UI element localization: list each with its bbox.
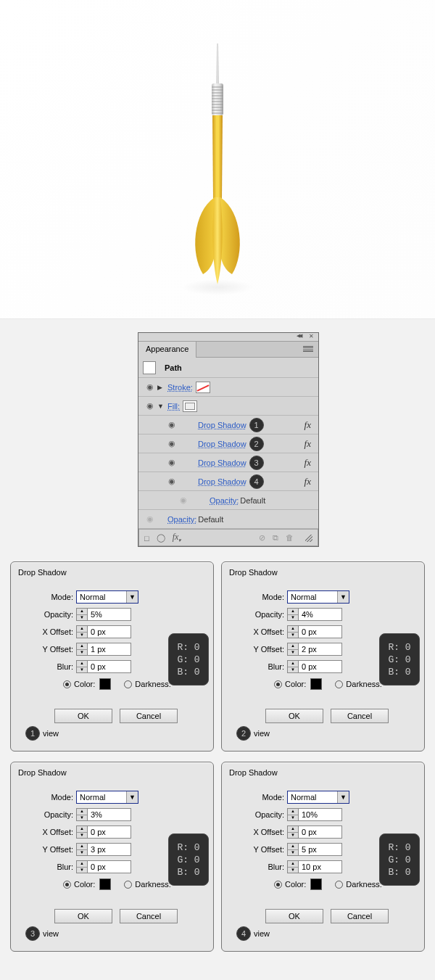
visibility-icon[interactable]: ◉ [176, 495, 191, 505]
cancel-button[interactable]: Cancel [331, 909, 389, 923]
darkness-radio[interactable] [335, 680, 343, 688]
blur-input[interactable] [88, 660, 131, 673]
color-radio[interactable] [274, 680, 282, 688]
blur-input[interactable] [88, 860, 131, 873]
resize-grip-icon[interactable] [305, 535, 312, 542]
step-up-icon[interactable]: ▲ [288, 643, 298, 650]
duplicate-icon[interactable]: ⧉ [273, 533, 278, 543]
step-down-icon[interactable]: ▼ [288, 850, 298, 856]
visibility-icon[interactable]: ◉ [143, 382, 157, 392]
fx-icon[interactable]: fx [304, 476, 311, 487]
color-radio[interactable] [63, 881, 71, 889]
step-up-icon[interactable]: ▲ [77, 626, 87, 633]
darkness-radio[interactable] [124, 881, 132, 889]
drop-shadow-link[interactable]: Drop Shadow [198, 421, 246, 429]
step-up-icon[interactable]: ▲ [288, 809, 298, 815]
step-up-icon[interactable]: ▲ [288, 661, 298, 667]
mode-select[interactable] [288, 791, 337, 803]
color-radio[interactable] [63, 680, 71, 688]
collapse-icon[interactable]: ▼ [157, 403, 167, 410]
opacity-row-outer[interactable]: ◉ Opacity: Default [138, 510, 318, 529]
opacity-input[interactable] [88, 808, 131, 821]
fill-link[interactable]: Fill: [167, 402, 180, 411]
mode-select[interactable] [288, 591, 337, 603]
step-down-icon[interactable]: ▼ [288, 615, 298, 621]
color-swatch[interactable] [99, 878, 111, 890]
opacity-input[interactable] [88, 608, 131, 621]
dropdown-icon[interactable]: ▼ [126, 791, 138, 803]
appearance-tab[interactable]: Appearance [138, 342, 196, 358]
delete-icon[interactable]: 🗑 [286, 533, 294, 543]
step-down-icon[interactable]: ▼ [288, 868, 298, 873]
step-down-icon[interactable]: ▼ [77, 633, 87, 638]
step-up-icon[interactable]: ▲ [77, 844, 87, 850]
color-swatch[interactable] [310, 678, 322, 690]
yoffset-input[interactable] [88, 643, 131, 656]
step-up-icon[interactable]: ▲ [77, 826, 87, 833]
stroke-row[interactable]: ◉ ▶ Stroke: [138, 378, 318, 397]
visibility-icon[interactable]: ◉ [143, 514, 157, 524]
color-swatch[interactable] [310, 878, 322, 890]
panel-menu-icon[interactable] [301, 342, 315, 355]
fill-swatch-icon[interactable] [183, 400, 197, 412]
step-up-icon[interactable]: ▲ [77, 609, 87, 615]
dropdown-icon[interactable]: ▼ [337, 591, 349, 603]
expand-icon[interactable]: ▶ [157, 384, 167, 391]
step-down-icon[interactable]: ▼ [77, 850, 87, 856]
yoffset-input[interactable] [299, 643, 342, 656]
step-up-icon[interactable]: ▲ [288, 844, 298, 850]
step-down-icon[interactable]: ▼ [77, 650, 87, 656]
visibility-icon[interactable]: ◉ [165, 420, 179, 429]
opacity-input[interactable] [299, 808, 342, 821]
visibility-icon[interactable]: ◉ [165, 439, 179, 448]
effect-row[interactable]: ◉ Drop Shadow 2 fx [138, 435, 318, 453]
cancel-button[interactable]: Cancel [331, 709, 389, 723]
visibility-icon[interactable]: ◉ [143, 401, 157, 411]
step-up-icon[interactable]: ▲ [288, 626, 298, 633]
step-down-icon[interactable]: ▼ [77, 815, 87, 821]
blur-input[interactable] [299, 860, 342, 873]
opacity-link[interactable]: Opacity: [167, 515, 196, 524]
drop-shadow-link[interactable]: Drop Shadow [198, 458, 246, 467]
step-down-icon[interactable]: ▼ [77, 833, 87, 839]
step-down-icon[interactable]: ▼ [288, 833, 298, 839]
cancel-button[interactable]: Cancel [120, 909, 178, 923]
effect-row[interactable]: ◉ Drop Shadow 4 fx [138, 472, 318, 491]
drop-shadow-link[interactable]: Drop Shadow [198, 477, 246, 486]
step-down-icon[interactable]: ▼ [77, 667, 87, 673]
clear-icon[interactable]: ⊘ [259, 533, 265, 543]
fx-icon[interactable]: fx [304, 457, 311, 469]
drop-shadow-link[interactable]: Drop Shadow [198, 440, 246, 448]
cancel-button[interactable]: Cancel [120, 709, 178, 723]
ok-button[interactable]: OK [265, 709, 323, 723]
step-up-icon[interactable]: ▲ [288, 609, 298, 615]
xoffset-input[interactable] [88, 625, 131, 638]
color-swatch[interactable] [99, 678, 111, 690]
visibility-icon[interactable]: ◉ [165, 458, 179, 467]
step-down-icon[interactable]: ▼ [288, 815, 298, 821]
step-down-icon[interactable]: ▼ [288, 650, 298, 656]
add-effect-icon[interactable]: fx▾ [173, 532, 182, 543]
step-down-icon[interactable]: ▼ [288, 633, 298, 638]
step-down-icon[interactable]: ▼ [77, 868, 87, 873]
darkness-radio[interactable] [335, 881, 343, 889]
step-up-icon[interactable]: ▲ [77, 861, 87, 868]
darkness-radio[interactable] [124, 680, 132, 688]
color-radio[interactable] [274, 881, 282, 889]
none-swatch-icon[interactable] [196, 382, 210, 393]
opacity-link[interactable]: Opacity: [210, 496, 239, 505]
dropdown-icon[interactable]: ▼ [126, 591, 138, 603]
mode-select[interactable] [77, 591, 126, 603]
xoffset-input[interactable] [88, 825, 131, 839]
yoffset-input[interactable] [88, 843, 131, 856]
yoffset-input[interactable] [299, 843, 342, 856]
ok-button[interactable]: OK [54, 709, 112, 723]
xoffset-input[interactable] [299, 825, 342, 839]
step-up-icon[interactable]: ▲ [288, 861, 298, 868]
xoffset-input[interactable] [299, 625, 342, 638]
dropdown-icon[interactable]: ▼ [337, 791, 349, 803]
blur-input[interactable] [299, 660, 342, 673]
mode-select[interactable] [77, 791, 126, 803]
step-up-icon[interactable]: ▲ [77, 809, 87, 815]
step-up-icon[interactable]: ▲ [77, 643, 87, 650]
